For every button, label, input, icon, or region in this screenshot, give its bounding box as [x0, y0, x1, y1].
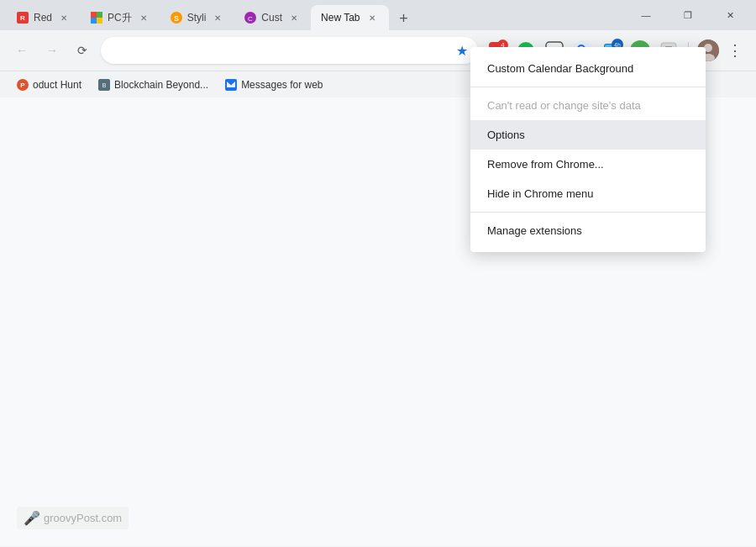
tab-newtab-label: New Tab [321, 12, 360, 24]
bookmark-label-blockchain: Blockchain Beyond... [114, 79, 208, 91]
bookmark-label-messages: Messages for web [241, 79, 323, 91]
tab-favicon-pcf [91, 12, 102, 24]
restore-button[interactable]: ❐ [669, 0, 707, 30]
bookmark-messages[interactable]: Messages for web [218, 76, 329, 94]
chrome-menu-button[interactable]: ⋮ [724, 38, 746, 63]
svg-rect-4 [91, 18, 97, 24]
tab-stylish[interactable]: S Styli ✕ [160, 5, 235, 30]
watermark: 🎤 groovyPost.com [17, 507, 129, 529]
bookmark-label-ph: oduct Hunt [33, 79, 81, 91]
tab-newtab[interactable]: New Tab ✕ [311, 5, 388, 30]
bookmark-blockchain[interactable]: B Blockchain Beyond... [92, 76, 215, 94]
back-button[interactable]: ← [10, 39, 34, 62]
bookmark-star-icon[interactable]: ★ [456, 43, 468, 59]
tab-red-label: Red [34, 12, 52, 24]
new-tab-button[interactable]: + [392, 7, 416, 30]
menu-item-custom-calendar[interactable]: Custom Calendar Background [470, 54, 706, 83]
menu-item-custom-calendar-label: Custom Calendar Background [487, 62, 633, 75]
tab-red-close[interactable]: ✕ [57, 11, 71, 24]
svg-rect-3 [97, 12, 102, 18]
tab-stylish-close[interactable]: ✕ [211, 11, 224, 24]
tab-pcf-label: PC升 [108, 11, 132, 25]
svg-rect-2 [91, 12, 97, 18]
bookmark-producthunt[interactable]: P oduct Hunt [10, 76, 88, 94]
svg-rect-5 [97, 18, 102, 24]
window-controls: — ❐ ✕ [627, 0, 749, 30]
dropdown-menu: Custom Calendar Background Can't read or… [470, 47, 706, 252]
tab-cust[interactable]: C Cust ✕ [234, 5, 311, 30]
tabs-container: R Red ✕ PC升 ✕ S [7, 0, 627, 30]
bookmark-favicon-blockchain: B [98, 79, 110, 91]
menu-item-remove[interactable]: Remove from Chrome... [470, 150, 706, 179]
tab-stylish-label: Styli [187, 12, 207, 24]
svg-text:B: B [102, 82, 107, 88]
tab-pcf[interactable]: PC升 ✕ [81, 5, 160, 30]
forward-button[interactable]: → [40, 39, 64, 62]
bookmark-favicon-ph: P [17, 79, 29, 91]
minimize-button[interactable]: — [627, 0, 665, 30]
close-button[interactable]: ✕ [711, 0, 749, 30]
title-bar: R Red ✕ PC升 ✕ S [0, 0, 756, 30]
menu-item-manage-label: Manage extensions [487, 224, 582, 237]
tab-favicon-stylish: S [171, 12, 182, 24]
tab-cust-close[interactable]: ✕ [287, 11, 301, 24]
menu-item-hide-label: Hide in Chrome menu [487, 187, 593, 200]
bookmark-favicon-messages [225, 79, 237, 91]
menu-item-remove-label: Remove from Chrome... [487, 158, 604, 171]
menu-item-cant-read-label: Can't read or change site's data [487, 99, 641, 112]
tab-red[interactable]: R Red ✕ [7, 5, 81, 30]
tab-pcf-close[interactable]: ✕ [137, 11, 150, 24]
tab-cust-label: Cust [261, 12, 282, 24]
mic-icon: 🎤 [24, 510, 40, 526]
svg-text:C: C [248, 15, 253, 23]
menu-item-options-label: Options [487, 129, 525, 141]
menu-item-manage[interactable]: Manage extensions [470, 216, 706, 245]
menu-item-options[interactable]: Options [470, 120, 706, 150]
tab-favicon-red: R [17, 12, 29, 24]
menu-separator-2 [470, 212, 706, 213]
svg-text:S: S [174, 14, 179, 23]
menu-separator-1 [470, 87, 706, 87]
menu-item-hide[interactable]: Hide in Chrome menu [470, 179, 706, 208]
svg-text:P: P [20, 82, 25, 89]
watermark-text: groovyPost.com [44, 512, 122, 524]
svg-text:R: R [20, 14, 25, 22]
reload-button[interactable]: ⟳ [71, 39, 94, 62]
tab-favicon-cust: C [244, 12, 256, 24]
address-bar[interactable]: ★ [101, 37, 478, 64]
menu-item-cant-read: Can't read or change site's data [470, 91, 706, 120]
tab-newtab-close[interactable]: ✕ [365, 11, 379, 24]
